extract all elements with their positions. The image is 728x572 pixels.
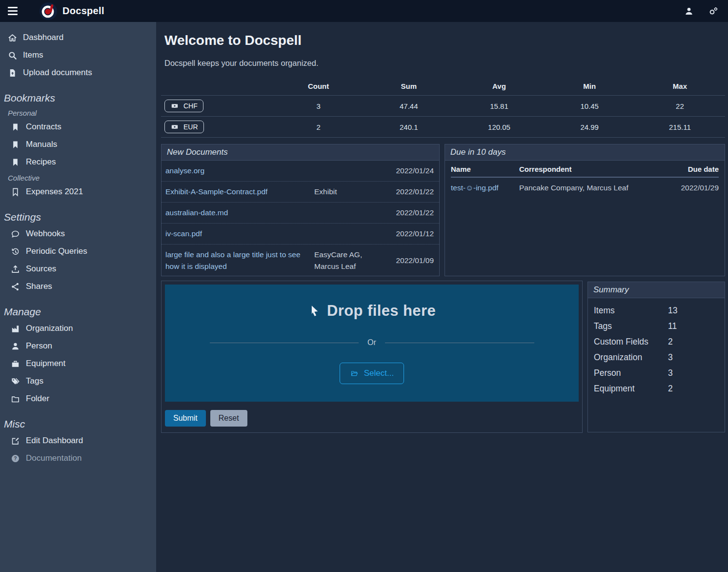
sidebar-item-items[interactable]: Items xyxy=(0,46,156,64)
briefcase-icon xyxy=(11,359,20,368)
summary-label: Tags xyxy=(594,321,668,331)
sidebar-item-label: Manuals xyxy=(26,140,57,149)
money-bill-icon xyxy=(170,102,179,109)
sidebar-item-manuals[interactable]: Manuals xyxy=(0,136,156,153)
sidebar-item-tags[interactable]: Tags xyxy=(0,372,156,390)
sidebar-item-label: Contracts xyxy=(26,122,61,132)
sidebar-item-shares[interactable]: Shares xyxy=(0,278,156,295)
document-link[interactable]: australian-date.md xyxy=(165,207,314,219)
sidebar-item-sources[interactable]: Sources xyxy=(0,260,156,278)
select-files-button[interactable]: Select... xyxy=(340,363,404,384)
panel-title: New Documents xyxy=(162,144,439,161)
sidebar-item-recipes[interactable]: Recipes xyxy=(0,153,156,171)
app-logo[interactable]: Docspell xyxy=(39,2,104,20)
menu-icon[interactable] xyxy=(7,6,19,16)
gears-icon[interactable] xyxy=(708,6,718,16)
summary-label: Equipment xyxy=(594,384,668,394)
file-upload-icon xyxy=(8,68,17,78)
stats-col-avg: Avg xyxy=(454,79,544,95)
panel-title: Due in 10 days xyxy=(445,144,725,161)
sidebar-item-organization[interactable]: Organization xyxy=(0,320,156,337)
stat-value: 47.44 xyxy=(364,98,454,114)
submit-button[interactable]: Submit xyxy=(165,410,206,427)
sidebar-item-label: Webhooks xyxy=(26,229,65,239)
select-files-label: Select... xyxy=(364,368,394,378)
sidebar-item-webhooks[interactable]: Webhooks xyxy=(0,225,156,243)
document-link[interactable]: large file and also a large title just t… xyxy=(165,249,314,272)
stats-col-count: Count xyxy=(273,79,364,95)
bookmark-outline-icon xyxy=(11,187,20,197)
sidebar-item-equipment[interactable]: Equipment xyxy=(0,355,156,372)
document-link[interactable]: test-☺-ing.pdf xyxy=(451,184,519,192)
sidebar-item-edit-dashboard[interactable]: Edit Dashboard xyxy=(0,432,156,449)
list-item: Exhibit-A-Sample-Contract.pdf Exhibit 20… xyxy=(162,182,439,203)
sidebar-item-label: Edit Dashboard xyxy=(26,436,83,446)
panel-title: Summary xyxy=(588,282,725,298)
sidebar-item-label: Documentation xyxy=(26,453,81,463)
stat-value: 215.11 xyxy=(635,119,725,135)
sidebar-item-upload-documents[interactable]: Upload documents xyxy=(0,64,156,82)
dropzone-label: Drop files here xyxy=(327,302,436,320)
stat-value: 120.05 xyxy=(454,119,544,135)
sidebar-item-label: Equipment xyxy=(26,359,65,368)
document-link[interactable]: iv-scan.pdf xyxy=(165,228,314,240)
sidebar-item-dashboard[interactable]: Dasbhoard xyxy=(0,29,156,46)
or-divider: Or xyxy=(210,338,534,347)
document-due-date: 2022/01/29 xyxy=(665,184,719,192)
sidebar-item-folder[interactable]: Folder xyxy=(0,390,156,408)
list-item: large file and also a large title just t… xyxy=(162,245,439,277)
sidebar-subsection-personal: Personal xyxy=(0,108,156,118)
sidebar-item-person[interactable]: Person xyxy=(0,337,156,355)
share-icon xyxy=(11,282,20,291)
due-col-name: Name xyxy=(451,165,519,173)
edit-icon xyxy=(11,436,20,446)
sidebar-item-expenses-2021[interactable]: Expenses 2021 xyxy=(0,183,156,201)
page-subtitle: Docspell keeps your documents organized. xyxy=(164,59,725,68)
document-correspondent: Exhibit xyxy=(314,186,388,198)
bookmark-icon xyxy=(11,158,20,167)
sidebar-item-documentation[interactable]: ? Documentation xyxy=(0,449,156,467)
table-row: EUR 2 240.1 120.05 24.99 215.11 xyxy=(161,116,725,137)
stat-value: 2 xyxy=(273,119,364,135)
sidebar-item-label: Shares xyxy=(26,282,52,291)
sidebar-item-label: Tags xyxy=(26,376,43,386)
summary-row-custom-fields: Custom Fields 2 xyxy=(594,334,719,349)
document-correspondent: Pancake Company, Marcus Leaf xyxy=(519,184,665,192)
sidebar: Dasbhoard Items Upload documents Bookmar… xyxy=(0,22,156,572)
sidebar-item-periodic-queries[interactable]: Periodic Queries xyxy=(0,243,156,260)
stat-value: 3 xyxy=(273,98,364,114)
document-correspondent: EasyCare AG, Marcus Leaf xyxy=(314,249,388,272)
upload-icon xyxy=(11,265,20,274)
summary-value: 3 xyxy=(668,368,673,378)
or-label: Or xyxy=(367,338,376,347)
summary-label: Organization xyxy=(594,352,668,363)
document-link[interactable]: Exhibit-A-Sample-Contract.pdf xyxy=(165,186,314,198)
page-title: Welcome to Docspell xyxy=(164,33,725,48)
sidebar-item-label: Sources xyxy=(26,264,56,274)
stat-value: 15.81 xyxy=(454,98,544,114)
user-icon[interactable] xyxy=(684,6,694,16)
summary-label: Items xyxy=(594,306,668,316)
mouse-pointer-icon xyxy=(308,305,321,318)
sidebar-item-label: Dasbhoard xyxy=(23,33,63,42)
industry-icon xyxy=(11,324,20,333)
tags-icon xyxy=(11,377,20,386)
reset-button[interactable]: Reset xyxy=(210,410,247,427)
document-link[interactable]: analyse.org xyxy=(165,165,314,177)
stat-value: 10.45 xyxy=(545,98,635,114)
stats-header-row: Count Sum Avg Min Max xyxy=(161,79,725,95)
due-col-correspondent: Correspondent xyxy=(519,165,665,173)
sidebar-item-contracts[interactable]: Contracts xyxy=(0,118,156,136)
currency-badge-chf[interactable]: CHF xyxy=(164,100,203,112)
sidebar-item-label: Expenses 2021 xyxy=(26,187,83,197)
file-dropzone[interactable]: Drop files here Or Select... xyxy=(165,285,579,402)
currency-badge-eur[interactable]: EUR xyxy=(164,121,204,133)
money-bill-icon xyxy=(170,123,179,130)
stat-value: 240.1 xyxy=(364,119,454,135)
topbar: Docspell xyxy=(0,0,728,22)
summary-row-tags: Tags 11 xyxy=(594,318,719,334)
table-row: CHF 3 47.44 15.81 10.45 22 xyxy=(161,95,725,116)
stat-value: 24.99 xyxy=(545,119,635,135)
document-date: 2022/01/22 xyxy=(388,187,435,196)
document-date: 2022/01/24 xyxy=(388,166,435,175)
